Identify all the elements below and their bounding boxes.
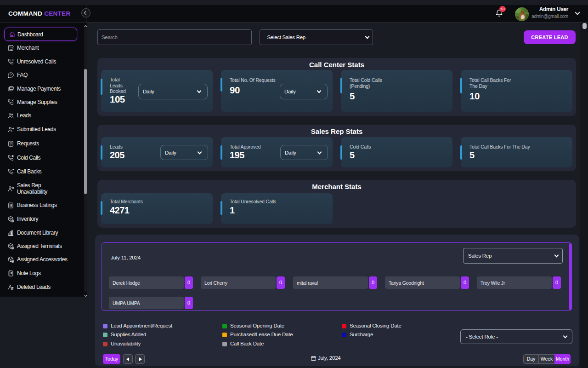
svg-text:?: ?: [10, 73, 12, 76]
